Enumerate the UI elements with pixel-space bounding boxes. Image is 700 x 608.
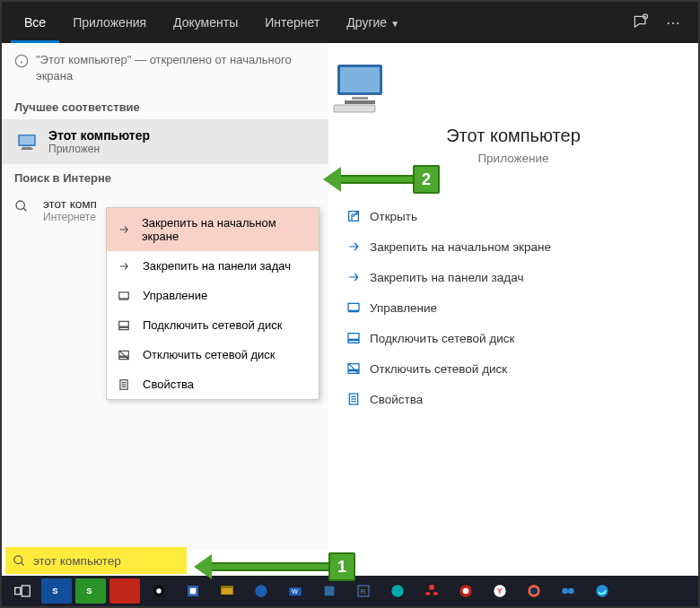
taskbar-app[interactable] (416, 578, 447, 604)
svg-point-69 (562, 588, 568, 595)
ctx-connect-drive[interactable]: Подключить сетевой диск (107, 310, 319, 340)
taskbar-app[interactable]: S (75, 578, 106, 604)
action-pin-taskbar[interactable]: Закрепить на панели задач (341, 262, 686, 292)
svg-rect-62 (433, 592, 438, 595)
svg-point-64 (463, 588, 469, 595)
svg-text:W: W (292, 587, 298, 595)
taskbar-app[interactable]: R (348, 578, 379, 604)
action-pin-start[interactable]: Закрепить на начальном экране (341, 231, 686, 262)
ctx-pin-taskbar[interactable]: Закрепить на панели задач (107, 251, 319, 281)
svg-rect-40 (15, 587, 21, 595)
taskbar-app[interactable] (246, 578, 276, 604)
svg-point-46 (119, 586, 130, 596)
svg-line-16 (119, 351, 127, 359)
taskbar-app[interactable] (212, 578, 242, 604)
taskbar-app[interactable] (314, 578, 345, 604)
taskbar-app[interactable]: S (41, 578, 72, 604)
ctx-disconnect-drive[interactable]: Отключить сетевой диск (107, 340, 319, 369)
svg-rect-23 (352, 97, 368, 100)
properties-icon (118, 378, 137, 391)
taskbar-app[interactable]: W (280, 578, 311, 604)
ctx-label: Закрепить на начальном экране (142, 216, 308, 243)
svg-line-9 (23, 208, 26, 211)
action-open[interactable]: Открыть (341, 201, 686, 231)
svg-point-48 (156, 588, 161, 593)
svg-rect-22 (340, 67, 380, 92)
ctx-manage[interactable]: Управление (107, 281, 319, 310)
taskbar-app[interactable]: Y (485, 578, 515, 604)
taskbar-app[interactable] (109, 578, 140, 604)
svg-rect-6 (22, 147, 31, 149)
search-icon (13, 554, 26, 568)
taskview-icon[interactable] (7, 578, 38, 604)
svg-text:R: R (361, 587, 366, 595)
notice-text: "Этот компьютер" — откреплено от начальн… (36, 52, 316, 84)
taskbar-app[interactable] (451, 578, 481, 604)
svg-rect-13 (119, 327, 129, 329)
svg-rect-52 (221, 586, 232, 588)
manage-icon (346, 300, 370, 315)
action-label: Закрепить на начальном экране (370, 240, 551, 254)
best-match-result[interactable]: Этот компьютер Приложен (2, 119, 328, 164)
tab-internet[interactable]: Интернет (251, 2, 333, 43)
action-disconnect-drive[interactable]: Отключить сетевой диск (341, 353, 686, 384)
preview-title: Этот компьютер (328, 126, 698, 146)
search-value: этот компьютер (33, 554, 121, 568)
svg-rect-60 (429, 585, 433, 589)
action-connect-drive[interactable]: Подключить сетевой диск (341, 323, 686, 353)
callout-2: 2 (323, 165, 440, 194)
tab-documents[interactable]: Документы (160, 2, 251, 43)
preview-pane: Этот компьютер Приложение Открыть Закреп… (328, 43, 698, 550)
svg-rect-50 (190, 588, 197, 595)
manage-icon (118, 290, 137, 302)
ctx-label: Закрепить на панели задач (143, 259, 291, 273)
ctx-label: Управление (143, 289, 207, 302)
ctx-pin-start[interactable]: Закрепить на начальном экране (107, 208, 319, 251)
context-menu: Закрепить на начальном экране Закрепить … (106, 207, 319, 400)
properties-icon (346, 392, 370, 406)
svg-point-59 (391, 585, 403, 596)
taskbar-app[interactable] (178, 578, 208, 604)
web-sub: Интернете (43, 211, 97, 223)
pin-icon (118, 260, 137, 273)
ctx-label: Подключить сетевой диск (143, 318, 282, 332)
web-search-header: Поиск в Интерне (2, 164, 328, 190)
svg-rect-24 (345, 100, 375, 104)
svg-point-70 (568, 588, 574, 595)
callout-number: 1 (328, 552, 355, 581)
svg-rect-30 (348, 341, 359, 343)
tab-apps[interactable]: Приложения (59, 2, 160, 43)
pin-icon (346, 239, 370, 254)
action-properties[interactable]: Свойства (341, 384, 686, 414)
svg-rect-10 (119, 291, 129, 298)
svg-rect-5 (20, 136, 34, 145)
action-manage[interactable]: Управление (341, 292, 686, 323)
svg-point-8 (16, 201, 24, 209)
feedback-icon[interactable] (632, 13, 650, 31)
svg-rect-27 (348, 303, 359, 310)
taskbar-app[interactable] (553, 578, 583, 604)
svg-rect-25 (334, 105, 375, 112)
svg-point-68 (530, 587, 538, 595)
ctx-label: Свойства (143, 378, 194, 391)
taskbar-app[interactable] (382, 578, 413, 604)
open-icon (346, 209, 370, 223)
action-label: Отключить сетевой диск (370, 362, 507, 376)
svg-text:S: S (52, 586, 57, 595)
svg-point-53 (255, 585, 267, 596)
taskbar-app[interactable] (519, 578, 549, 604)
svg-line-33 (349, 364, 359, 374)
taskbar-app[interactable] (587, 578, 617, 604)
chevron-down-icon: ▼ (390, 19, 399, 29)
ctx-properties[interactable]: Свойства (107, 369, 319, 399)
more-icon[interactable]: ⋯ (666, 14, 680, 31)
tab-other[interactable]: Другие▼ (333, 2, 413, 43)
netdrive-off-icon (346, 361, 370, 376)
svg-text:Y: Y (497, 586, 503, 595)
action-label: Подключить сетевой диск (370, 332, 514, 345)
taskbar-search-input[interactable]: этот компьютер (5, 547, 187, 574)
search-icon (14, 199, 34, 213)
taskbar-app[interactable] (144, 578, 174, 604)
tab-all[interactable]: Все (11, 2, 59, 43)
preview-this-pc-icon (328, 61, 698, 115)
